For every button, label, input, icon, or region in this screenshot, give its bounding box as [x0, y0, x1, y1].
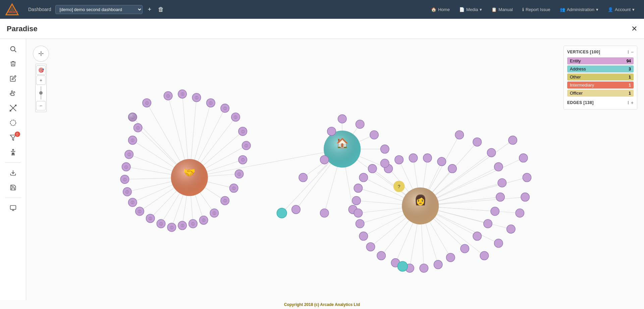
download-tool-button[interactable]: [5, 166, 21, 179]
graph-canvas[interactable]: ✛ 🎯 + −: [26, 39, 644, 309]
legend-collapse-button[interactable]: −: [631, 49, 634, 55]
svg-text:🏠: 🏠: [336, 137, 348, 149]
edges-label: EDGES [138]: [567, 100, 594, 105]
delete-tool-button[interactable]: [5, 57, 21, 70]
svg-text:ⓘ: ⓘ: [209, 101, 213, 105]
svg-point-167: [359, 173, 368, 182]
svg-text:ⓘ: ⓘ: [131, 139, 135, 142]
filter-badge: 0: [15, 132, 20, 137]
legend-actions: I −: [628, 49, 634, 55]
legend-row-officer[interactable]: Officer 1: [567, 90, 634, 97]
svg-point-149: [498, 178, 506, 187]
cross-tool-button[interactable]: [5, 101, 21, 115]
svg-point-7: [10, 120, 16, 126]
legend-row-intermediary[interactable]: Intermediary 1: [567, 82, 634, 89]
svg-text:ⓘ: ⓘ: [223, 107, 227, 110]
media-icon: 📄: [459, 7, 465, 12]
svg-text:ⓘ: ⓘ: [123, 178, 127, 182]
left-toolbar: 0: [0, 39, 26, 309]
save-tool-button[interactable]: [5, 181, 21, 194]
svg-point-151: [491, 207, 499, 215]
toolbar-divider: [5, 162, 20, 163]
other-label: Other: [570, 74, 581, 80]
svg-point-174: [448, 164, 457, 173]
account-dropdown-icon: ▾: [632, 7, 635, 12]
svg-point-180: [507, 225, 515, 233]
svg-point-98: [324, 131, 361, 167]
intermediary-count: 1: [629, 83, 631, 88]
svg-point-161: [366, 243, 375, 251]
edges-header: EDGES [138] I +: [567, 100, 634, 105]
svg-text:ⓘ: ⓘ: [181, 224, 184, 227]
nav-report-issue[interactable]: ℹ Report Issue: [518, 5, 554, 14]
close-button[interactable]: ✕: [631, 24, 637, 33]
intermediary-label: Intermediary: [570, 83, 594, 88]
svg-point-143: [320, 209, 329, 217]
svg-point-155: [446, 253, 455, 262]
svg-point-183: [397, 261, 408, 271]
nav-media[interactable]: 📄 Media ▾: [455, 5, 486, 14]
filter-tool-button[interactable]: 0: [5, 131, 21, 144]
svg-text:ⓘ: ⓘ: [170, 226, 174, 229]
svg-point-176: [519, 154, 528, 162]
svg-point-100: [402, 188, 439, 224]
edges-sort-button[interactable]: I: [628, 100, 629, 105]
svg-text:🤝: 🤝: [183, 166, 196, 178]
svg-point-160: [377, 251, 385, 260]
dashboard-select[interactable]: [demo] demo second dashboard: [55, 5, 143, 14]
home-icon: 🏠: [431, 7, 436, 12]
circle-tool-button[interactable]: [5, 116, 21, 130]
graph-visualization[interactable]: 🤝 🏠 👩 ?: [26, 39, 644, 309]
edit-tool-button[interactable]: [5, 72, 21, 85]
svg-point-153: [473, 232, 481, 240]
svg-point-135: [356, 120, 364, 128]
svg-point-139: [320, 155, 329, 164]
svg-point-181: [494, 239, 503, 247]
svg-point-165: [352, 196, 361, 205]
svg-text:?: ?: [398, 184, 400, 189]
svg-text:ⓘ: ⓘ: [138, 210, 142, 213]
address-count: 3: [629, 67, 631, 71]
address-label: Address: [570, 66, 586, 71]
svg-rect-11: [10, 206, 16, 210]
administration-dropdown-icon: ▾: [596, 7, 598, 12]
svg-text:ARCADE: ARCADE: [8, 11, 18, 13]
accessibility-tool-button[interactable]: [5, 146, 21, 159]
entity-count: 94: [627, 59, 631, 63]
monitor-tool-button[interactable]: [5, 201, 21, 215]
svg-point-140: [299, 173, 307, 182]
svg-point-173: [437, 157, 446, 166]
legend-row-entity[interactable]: Entity 94: [567, 57, 634, 64]
add-dashboard-button[interactable]: +: [147, 5, 153, 14]
page-header: Paradise ✕: [0, 19, 644, 39]
svg-point-162: [359, 232, 368, 240]
hand-tool-button[interactable]: [5, 87, 21, 100]
page-title: Paradise: [7, 24, 38, 33]
svg-point-137: [381, 145, 389, 153]
top-navigation: ARCADE Dashboard [demo] demo second dash…: [0, 0, 644, 19]
legend-row-other[interactable]: Other 1: [567, 73, 634, 81]
svg-text:👩: 👩: [414, 194, 427, 206]
nav-manual[interactable]: 📋 Manual: [487, 5, 517, 14]
svg-point-163: [356, 219, 364, 228]
intermediary-node[interactable]: [277, 208, 287, 218]
nav-administration[interactable]: 👥 Administration ▾: [556, 5, 602, 14]
svg-text:ⓘ: ⓘ: [166, 94, 170, 98]
report-issue-icon: ℹ: [522, 7, 524, 12]
account-icon: 👤: [608, 7, 613, 12]
svg-point-150: [496, 193, 504, 201]
legend-row-address[interactable]: Address 3: [567, 65, 634, 72]
svg-point-171: [409, 154, 417, 162]
nav-home[interactable]: 🏠 Home: [427, 5, 454, 14]
delete-dashboard-button[interactable]: 🗑: [157, 5, 165, 14]
svg-text:ⓘ: ⓘ: [195, 96, 199, 100]
search-tool-button[interactable]: [5, 42, 21, 56]
edges-actions: I +: [628, 100, 634, 105]
nav-account[interactable]: 👤 Account ▾: [604, 5, 639, 14]
nav-links: 🏠 Home 📄 Media ▾ 📋 Manual ℹ Report Issue…: [427, 5, 639, 14]
copyright-text: Copyright 2018 (c) Arcade Analytics Ltd: [284, 302, 360, 307]
svg-text:ⓘ: ⓘ: [237, 172, 241, 176]
edges-add-button[interactable]: +: [631, 100, 634, 105]
svg-text:ⓘ: ⓘ: [124, 165, 128, 169]
legend-sort-button[interactable]: I: [628, 49, 629, 55]
